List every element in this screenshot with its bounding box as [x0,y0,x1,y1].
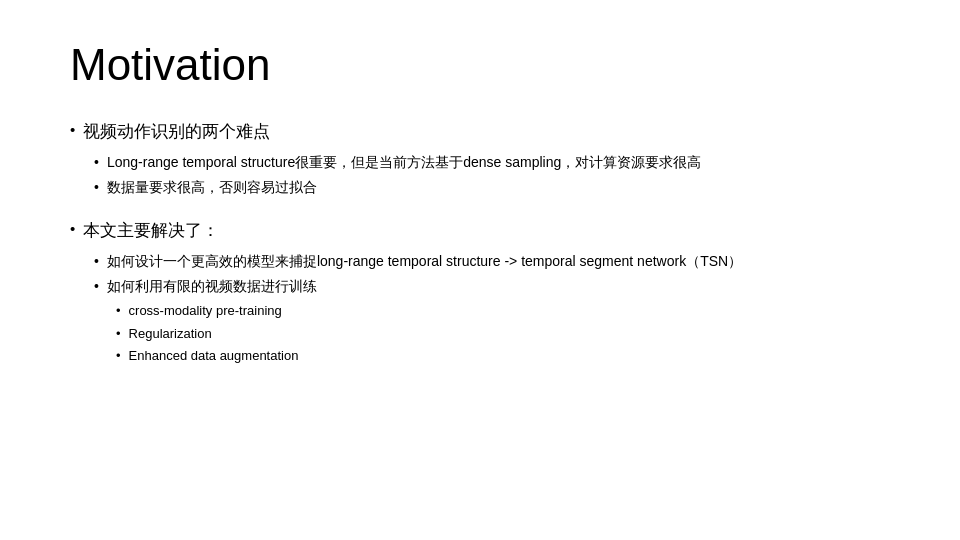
bullet-dot-1: • [70,118,75,142]
sub-bullets-2: • 如何设计一个更高效的模型来捕捉long-range temporal str… [94,250,890,367]
bullet-l2-2-2: • 如何利用有限的视频数据进行训练 [94,275,890,298]
bullet-dot-2-2-1: • [116,300,121,321]
bullet-l2-1-1: • Long-range temporal structure很重要，但是当前方… [94,151,890,174]
bullet-l2-2-1: • 如何设计一个更高效的模型来捕捉long-range temporal str… [94,250,890,273]
bullet-dot-2-2-3: • [116,345,121,366]
bullet-dot-2-2-2: • [116,323,121,344]
bullet-dot-2: • [70,217,75,241]
bullet-l1-1: • 视频动作识别的两个难点 [70,118,890,147]
bullet-l2-1-2: • 数据量要求很高，否则容易过拟合 [94,176,890,199]
bullet-l3-2-2-2: • Regularization [116,323,890,344]
section-2: • 本文主要解决了： • 如何设计一个更高效的模型来捕捉long-range t… [70,217,890,366]
bullet-text-2-1: 如何设计一个更高效的模型来捕捉long-range temporal struc… [107,250,742,273]
bullet-dot-2-2: • [94,275,99,298]
bullet-text-2-2-1: cross-modality pre-training [129,300,282,321]
bullet-dot-1-1: • [94,151,99,174]
bullet-dot-1-2: • [94,176,99,199]
bullet-text-1-2: 数据量要求很高，否则容易过拟合 [107,176,317,199]
bullet-text-1: 视频动作识别的两个难点 [83,118,270,147]
sub-bullets-1: • Long-range temporal structure很重要，但是当前方… [94,151,890,199]
section-1: • 视频动作识别的两个难点 • Long-range temporal stru… [70,118,890,199]
bullet-l3-2-2-1: • cross-modality pre-training [116,300,890,321]
bullet-text-2-2-2: Regularization [129,323,212,344]
bullet-text-1-1: Long-range temporal structure很重要，但是当前方法基… [107,151,701,174]
slide-content: • 视频动作识别的两个难点 • Long-range temporal stru… [70,118,890,366]
sub-sub-bullets-2-2: • cross-modality pre-training • Regulari… [116,300,890,366]
bullet-text-2: 本文主要解决了： [83,217,219,246]
bullet-dot-2-1: • [94,250,99,273]
bullet-text-2-2: 如何利用有限的视频数据进行训练 [107,275,317,298]
slide-title: Motivation [70,40,890,90]
bullet-l1-2: • 本文主要解决了： [70,217,890,246]
bullet-text-2-2-3: Enhanced data augmentation [129,345,299,366]
slide: Motivation • 视频动作识别的两个难点 • Long-range te… [0,0,960,540]
bullet-l3-2-2-3: • Enhanced data augmentation [116,345,890,366]
